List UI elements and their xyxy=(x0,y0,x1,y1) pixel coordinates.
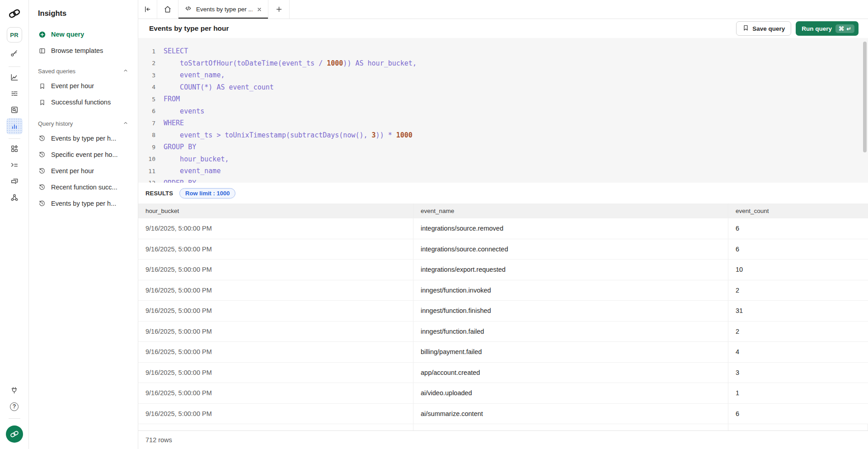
rail-divider xyxy=(9,66,20,67)
row-limit-badge[interactable]: Row limit : 1000 xyxy=(179,188,235,199)
rail-item-workflows[interactable] xyxy=(6,189,23,206)
cell-event-name: app/account.created xyxy=(413,363,728,383)
rail-item-metrics[interactable] xyxy=(6,69,23,85)
sidebar-item-specific-event-per-ho-[interactable]: Specific event per ho... xyxy=(34,147,132,163)
home-tab-button[interactable] xyxy=(157,0,178,19)
rail-item-trace-search[interactable] xyxy=(6,102,23,118)
code-text: event_ts > toUnixTimestamp(subtractDays(… xyxy=(164,131,413,139)
column-header-event_count[interactable]: event_count xyxy=(728,203,868,218)
account-avatar[interactable] xyxy=(6,425,23,443)
new-tab-button[interactable] xyxy=(268,0,290,19)
sidebar-item-events-by-type-per-h-[interactable]: Events by type per h... xyxy=(34,195,132,212)
sidebar-sections: Saved queriesEvent per hourSuccessful fu… xyxy=(34,64,132,212)
table-row[interactable]: 9/16/2025, 5:00:00 PMinngest/function.fi… xyxy=(138,301,868,321)
templates-icon xyxy=(38,47,46,55)
code-text: events xyxy=(164,107,204,115)
collapse-sidebar-button[interactable] xyxy=(138,0,157,19)
editor-line: 1SELECT xyxy=(138,45,868,57)
sidebar-action-new-query[interactable]: New query xyxy=(34,26,132,43)
editor-line: 12ORDER BY xyxy=(138,177,868,183)
table-row[interactable]: 9/16/2025, 5:00:00 PMai/video.uploaded1 xyxy=(138,383,868,404)
bookmark-icon xyxy=(38,99,46,106)
rail-item-support-chat[interactable] xyxy=(6,173,23,189)
enter-key-icon: ↵ xyxy=(847,25,851,32)
table-row[interactable]: 9/16/2025, 5:00:00 PMbilling/payment.fai… xyxy=(138,342,868,363)
sidebar-item-label: Recent function succ... xyxy=(51,184,117,191)
sidebar-item-events-by-type-per-h-[interactable]: Events by type per h... xyxy=(34,130,132,147)
cell-hour-bucket: 9/16/2025, 5:00:00 PM xyxy=(138,383,413,403)
sidebar-item-label: Event per hour xyxy=(51,82,94,90)
sql-editor[interactable]: 1SELECT2 toStartOfHour(toDateTime(event_… xyxy=(138,38,868,183)
line-number: 9 xyxy=(138,144,155,151)
rail-item-apps[interactable] xyxy=(6,141,23,157)
workspace-badge[interactable]: PR xyxy=(7,27,22,43)
column-header-event_name[interactable]: event_name xyxy=(413,203,728,218)
editor-line: 2 toStartOfHour(toDateTime(event_ts / 10… xyxy=(138,57,868,70)
table-row[interactable]: 9/16/2025, 5:00:00 PMai/summarize.conten… xyxy=(138,404,868,425)
history-icon xyxy=(38,200,46,207)
help-icon[interactable]: ? xyxy=(6,400,23,413)
table-row[interactable]: 9/16/2025, 5:00:00 PMapp/account.created… xyxy=(138,363,868,383)
section-header-saved-queries[interactable]: Saved queries xyxy=(34,64,132,78)
sidebar-item-event-per-hour[interactable]: Event per hour xyxy=(34,163,132,179)
keys-icon[interactable] xyxy=(6,47,23,59)
editor-scrollbar[interactable] xyxy=(863,42,867,152)
sidebar-action-browse-templates[interactable]: Browse templates xyxy=(34,43,132,59)
table-row[interactable]: 9/16/2025, 5:00:00 PMinngest/function.in… xyxy=(138,280,868,301)
cell-event-name: inngest/function.finished xyxy=(413,301,728,321)
code-text: event_name, xyxy=(164,71,225,79)
editor-line: 3 event_name, xyxy=(138,69,868,81)
tab-events-by-type[interactable]: Events by type per ... xyxy=(178,0,268,19)
code-text: SELECT xyxy=(164,47,188,55)
section-header-query-history[interactable]: Query history xyxy=(34,117,132,130)
rail-item-event-logs[interactable] xyxy=(6,85,23,102)
rail-item-insights[interactable] xyxy=(6,118,23,134)
table-row[interactable]: 9/16/2025, 5:00:00 PMintegrations/source… xyxy=(138,239,868,260)
cell-hour-bucket: 9/16/2025, 5:00:00 PM xyxy=(138,239,413,260)
cell-hour-bucket: 9/16/2025, 5:00:00 PM xyxy=(138,280,413,301)
code-text: toStartOfHour(toDateTime(event_ts / 1000… xyxy=(164,59,417,67)
cell-hour-bucket: 9/16/2025, 5:00:00 PM xyxy=(138,321,413,342)
code-text: FROM xyxy=(164,95,180,103)
line-number: 11 xyxy=(138,168,155,175)
run-query-button[interactable]: Run query ⌘ ↵ xyxy=(796,21,859,36)
sidebar-item-event-per-hour[interactable]: Event per hour xyxy=(34,78,132,94)
line-number: 10 xyxy=(138,156,155,162)
tab-close-icon[interactable] xyxy=(257,7,262,12)
code-text: GROUP BY xyxy=(164,143,196,151)
code-text: event_name xyxy=(164,167,221,175)
history-icon xyxy=(38,135,46,142)
bookmark-icon xyxy=(742,24,749,33)
line-number: 4 xyxy=(138,84,155,90)
editor-line: 4 COUNT(*) AS event_count xyxy=(138,81,868,94)
row-count-label: 712 rows xyxy=(145,436,172,444)
sidebar-title: Insights xyxy=(34,7,132,19)
sidebar-action-label: New query xyxy=(51,31,84,38)
code-text: COUNT(*) AS event_count xyxy=(164,83,274,91)
cell-event-count: 1 xyxy=(728,383,868,403)
line-number: 12 xyxy=(138,180,155,183)
cell-event-name: ai/summarize.content xyxy=(413,404,728,424)
column-header-hour_bucket[interactable]: hour_bucket xyxy=(138,203,413,218)
editor-line: 5FROM xyxy=(138,93,868,105)
results-table-header: hour_bucketevent_nameevent_count xyxy=(138,203,868,218)
table-row[interactable]: 9/16/2025, 5:00:00 PMinngest/function.fa… xyxy=(138,321,868,342)
cell-event-count: 31 xyxy=(728,301,868,321)
save-query-button[interactable]: Save query xyxy=(736,21,791,36)
table-row[interactable]: 9/16/2025, 5:00:00 PMintegrations/export… xyxy=(138,260,868,280)
table-row[interactable]: 9/16/2025, 5:00:00 PMintegrations/source… xyxy=(138,218,868,239)
rail-item-console[interactable] xyxy=(6,157,23,173)
sidebar-item-successful-functions[interactable]: Successful functions xyxy=(34,94,132,110)
code-text: WHERE xyxy=(164,119,184,127)
code-icon xyxy=(184,5,192,14)
cell-event-name: inngest/function.failed xyxy=(413,321,728,342)
sidebar-item-label: Events by type per h... xyxy=(51,135,116,142)
cell-event-count: 3 xyxy=(728,363,868,383)
results-toolbar: RESULTS Row limit : 1000 xyxy=(138,183,868,203)
sidebar-action-label: Browse templates xyxy=(51,47,103,54)
sidebar-item-recent-function-succ-[interactable]: Recent function succ... xyxy=(34,179,132,195)
integrations-plug-icon[interactable] xyxy=(6,384,23,397)
sidebar-item-label: Event per hour xyxy=(51,167,94,175)
editor-line: 7WHERE xyxy=(138,117,868,129)
inngest-logo-icon[interactable] xyxy=(5,5,23,23)
